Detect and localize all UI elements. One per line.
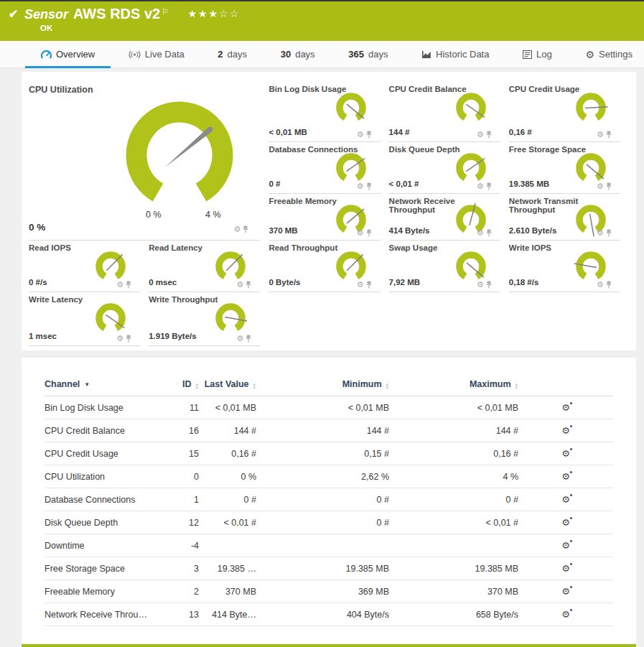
column-header-minimum[interactable]: Minimum▲▼	[256, 369, 389, 396]
column-header-last-value[interactable]: Last Value▲▼	[199, 369, 256, 396]
pin-icon[interactable]	[486, 131, 492, 139]
channel-settings-icon[interactable]: ⚙	[561, 564, 570, 573]
column-header-actions	[518, 369, 613, 396]
gauge-settings-icon[interactable]: ⚙	[234, 225, 241, 234]
pin-icon[interactable]	[366, 131, 372, 139]
channel-settings-icon[interactable]: ⚙	[561, 472, 570, 481]
tab-30-days[interactable]: 30days	[279, 41, 317, 68]
column-header-id[interactable]: ID▲▼	[167, 369, 199, 396]
check-icon: ✔	[9, 7, 18, 21]
gauge-settings-icon[interactable]: ⚙	[357, 280, 364, 289]
channel-settings-icon[interactable]: ⚙	[561, 518, 570, 527]
tab-2-days[interactable]: 2days	[216, 41, 248, 68]
gauge-settings-icon[interactable]: ⚙	[237, 334, 244, 343]
gauge-settings-icon[interactable]: ⚙	[477, 130, 484, 139]
channel-settings-icon[interactable]: ⚙	[561, 587, 570, 596]
pin-icon[interactable]	[366, 182, 372, 190]
maximum-value: < 0,01 MB	[389, 396, 518, 419]
pin-icon[interactable]	[606, 131, 612, 139]
gauge-settings-icon[interactable]: ⚙	[477, 280, 484, 289]
channel-settings-icon[interactable]: ⚙	[561, 610, 570, 619]
tab-historic-data[interactable]: Historic Data	[420, 41, 490, 68]
channel-id: 11	[167, 396, 199, 419]
column-header-maximum[interactable]: Maximum▲▼	[389, 369, 518, 396]
channel-settings-icon[interactable]: ⚙	[561, 449, 570, 458]
channel-settings-icon[interactable]: ⚙	[561, 403, 570, 412]
gauge-value: 414 Byte/s	[389, 226, 430, 235]
gauge-value: 0,16 #	[509, 128, 532, 136]
channel-id: -4	[167, 534, 199, 557]
flag-icon[interactable]: ⚐	[162, 7, 169, 16]
pin-icon[interactable]	[486, 229, 492, 237]
pin-icon[interactable]	[246, 335, 251, 343]
column-header-channel[interactable]: Channel▼	[45, 369, 167, 396]
gauge-settings-icon[interactable]: ⚙	[357, 130, 364, 139]
tab-label: days	[295, 49, 314, 60]
channel-settings-icon[interactable]: ⚙	[561, 541, 570, 550]
tab-overview[interactable]: Overview	[39, 41, 96, 68]
channel-settings-icon[interactable]: ⚙	[561, 426, 570, 435]
channel-id: 12	[167, 511, 199, 534]
table-body: Bin Log Disk Usage11< 0,01 MB< 0,01 MB< …	[45, 396, 613, 626]
gauge-settings-icon[interactable]: ⚙	[237, 280, 244, 289]
gauge-value: 1.919 Byte/s	[149, 332, 197, 340]
gauge-value: 0 %	[29, 222, 45, 233]
historic-data-icon	[421, 50, 431, 59]
tab-365-days[interactable]: 365days	[347, 41, 389, 68]
table-row: Downtime-4⚙	[45, 534, 613, 557]
gauge-value: 370 MB	[269, 226, 297, 235]
gauge-settings-icon[interactable]: ⚙	[477, 182, 484, 191]
pin-icon[interactable]	[606, 229, 612, 237]
column-label: ID	[182, 379, 192, 389]
minimum-value: 0,15 #	[256, 442, 389, 465]
channel-id: 0	[167, 465, 199, 488]
gauge-settings-icon[interactable]: ⚙	[597, 130, 604, 139]
gauge-settings-icon[interactable]: ⚙	[597, 228, 604, 238]
channel-settings-icon[interactable]: ⚙	[561, 495, 570, 504]
pin-icon[interactable]	[243, 225, 248, 233]
pin-icon[interactable]	[126, 335, 131, 343]
maximum-value: 0 #	[389, 488, 518, 511]
minimum-value: 369 MB	[256, 580, 389, 603]
gauge-settings-icon[interactable]: ⚙	[357, 182, 364, 191]
pin-icon[interactable]	[486, 182, 492, 190]
gauge-settings-icon[interactable]: ⚙	[477, 228, 484, 238]
tab-log[interactable]: Log	[521, 41, 554, 68]
gauge-settings-icon[interactable]: ⚙	[357, 228, 364, 238]
gauge-value: 0 #	[269, 180, 280, 188]
minimum-value: 2,62 %	[256, 465, 389, 488]
channel-id: 15	[167, 442, 199, 465]
minimum-value: 404 Byte/s	[256, 603, 389, 626]
next-section-edge	[22, 644, 636, 647]
pin-icon[interactable]	[486, 281, 492, 289]
pin-icon[interactable]	[126, 281, 131, 289]
sensor-title-row: SensorAWS RDS v2⚐ ★★★☆☆	[24, 6, 240, 22]
live-data-icon	[129, 50, 141, 59]
last-value	[199, 534, 256, 557]
last-value: 19.385 …	[199, 557, 256, 580]
gauge-settings-icon[interactable]: ⚙	[597, 182, 604, 191]
gauge-scale-max: 4 %	[205, 210, 221, 220]
priority-stars[interactable]: ★★★☆☆	[188, 8, 241, 19]
minimum-value	[256, 534, 389, 557]
gauge-settings-icon[interactable]: ⚙	[116, 280, 123, 289]
channel-name: Disk Queue Depth	[45, 511, 167, 534]
tab-live-data[interactable]: Live Data	[127, 41, 186, 68]
table-row: Bin Log Disk Usage11< 0,01 MB< 0,01 MB< …	[45, 396, 613, 419]
maximum-value	[389, 534, 518, 557]
pin-icon[interactable]	[366, 281, 372, 289]
gauge-settings-icon[interactable]: ⚙	[597, 280, 604, 289]
pin-icon[interactable]	[366, 229, 372, 237]
column-label: Minimum	[342, 379, 382, 389]
gauge-value: < 0,01 #	[389, 180, 419, 188]
pin-icon[interactable]	[606, 281, 612, 289]
pin-icon[interactable]	[246, 281, 251, 289]
pin-icon[interactable]	[606, 182, 612, 190]
gauge-settings-icon[interactable]: ⚙	[116, 334, 123, 343]
sensor-kind-label: Sensor	[24, 7, 68, 22]
table-header-row: Channel▼ID▲▼Last Value▲▼Minimum▲▼Maximum…	[45, 369, 613, 396]
tab-settings[interactable]: ⚙Settings	[584, 41, 634, 68]
tab-label: Overview	[56, 49, 95, 60]
channel-table-panel: Channel▼ID▲▼Last Value▲▼Minimum▲▼Maximum…	[22, 358, 636, 647]
channel-name: Database Connections	[45, 488, 167, 511]
